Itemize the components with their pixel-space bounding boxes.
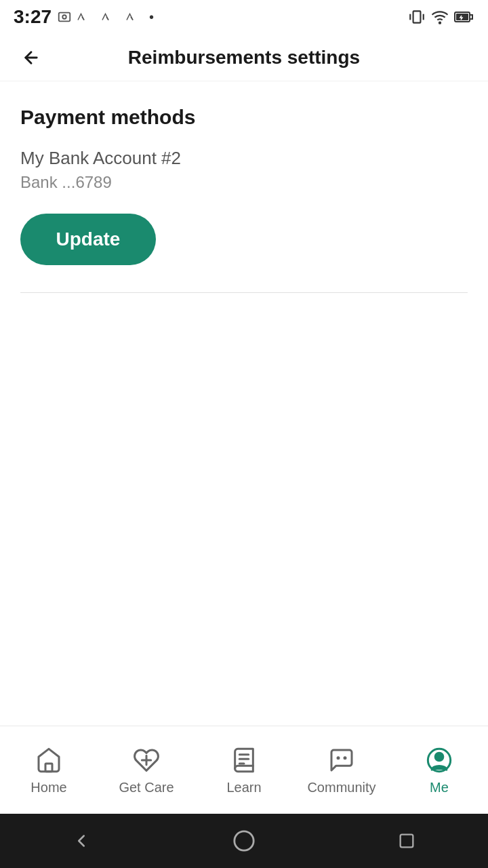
bottom-nav: Home Get Care Learn: [0, 726, 488, 814]
svg-point-14: [235, 831, 253, 850]
nav-home-label: Home: [30, 780, 66, 795]
svg-rect-5: [456, 14, 468, 20]
svg-point-3: [439, 22, 441, 24]
me-icon: [424, 745, 455, 776]
notification-icons: •: [57, 9, 154, 25]
app-bar: Reimbursements settings: [0, 34, 488, 81]
svg-point-13: [435, 753, 443, 761]
account-number: Bank ...6789: [20, 173, 468, 192]
system-nav-bar: [0, 814, 488, 868]
nav-community-label: Community: [307, 780, 375, 795]
svg-point-11: [344, 756, 347, 760]
recents-system-button[interactable]: [390, 824, 424, 858]
svg-point-1: [62, 15, 66, 19]
nav-learn-label: Learn: [226, 780, 261, 795]
svg-rect-15: [401, 835, 413, 848]
status-time: 3:27: [14, 6, 52, 28]
get-care-icon: [131, 745, 162, 776]
svg-rect-6: [45, 764, 52, 772]
nav-item-me[interactable]: Me: [390, 745, 488, 795]
nav-get-care-label: Get Care: [119, 780, 174, 795]
nav-item-community[interactable]: Community: [293, 745, 390, 795]
dot-indicator: •: [149, 9, 154, 25]
home-system-button[interactable]: [227, 824, 261, 858]
learn-icon: [228, 745, 260, 776]
nav-item-learn[interactable]: Learn: [195, 745, 293, 795]
svg-rect-0: [59, 13, 70, 22]
svg-point-10: [337, 756, 340, 760]
svg-rect-2: [413, 11, 421, 22]
nav-me-label: Me: [430, 780, 449, 795]
status-icons-right: [408, 8, 474, 26]
update-button[interactable]: Update: [20, 214, 156, 265]
nav-item-home[interactable]: Home: [0, 745, 98, 795]
home-icon: [33, 745, 64, 776]
status-bar: 3:27 •: [0, 0, 488, 34]
back-button[interactable]: [16, 43, 46, 73]
back-system-button[interactable]: [64, 824, 98, 858]
community-icon: [326, 745, 357, 776]
section-divider: [20, 292, 468, 293]
page-title: Reimbursements settings: [46, 47, 442, 68]
account-name: My Bank Account #2: [20, 148, 468, 169]
nav-item-get-care[interactable]: Get Care: [98, 745, 195, 795]
main-content: Payment methods My Bank Account #2 Bank …: [0, 81, 488, 726]
payment-methods-title: Payment methods: [20, 106, 468, 129]
